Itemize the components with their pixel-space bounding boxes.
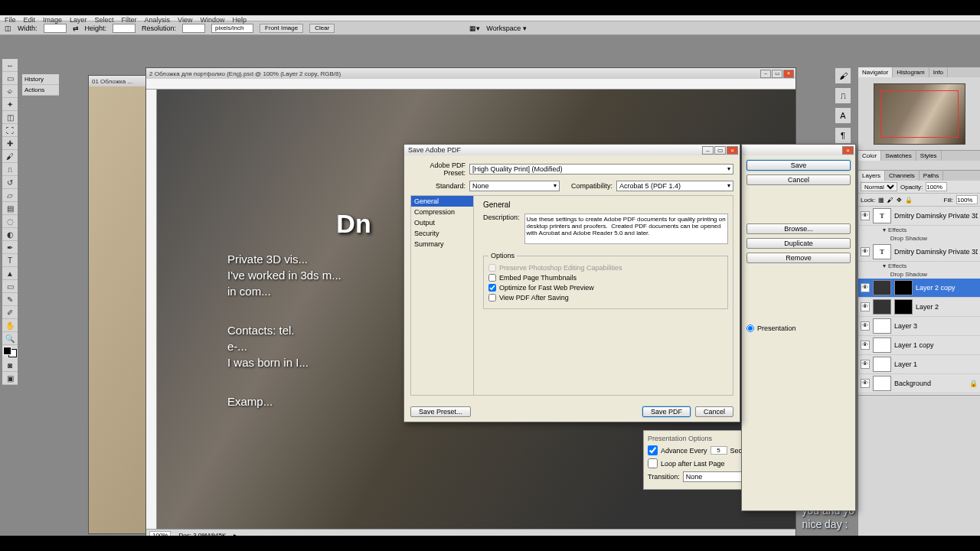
brush-tool-icon[interactable]: 🖌 — [2, 150, 18, 163]
cat-general[interactable]: General — [411, 196, 473, 207]
front-image-button[interactable]: Front Image — [260, 24, 303, 33]
swap-icon[interactable]: ⇄ — [73, 24, 79, 32]
visibility-icon[interactable]: 👁 — [861, 321, 870, 331]
history-tab[interactable]: History — [22, 74, 59, 85]
menu-layer[interactable]: Layer — [70, 16, 87, 20]
menu-help[interactable]: Help — [232, 16, 247, 20]
lock-all-icon[interactable]: 🔒 — [905, 197, 913, 204]
fill-field[interactable] — [956, 195, 978, 204]
healing-tool-icon[interactable]: ✚ — [2, 137, 18, 150]
blur-tool-icon[interactable]: ◌ — [2, 215, 18, 228]
visibility-icon[interactable]: 👁 — [861, 302, 870, 311]
notes-tool-icon[interactable]: ✎ — [2, 293, 18, 306]
color-panel-collapsed[interactable]: ColorSwatchesStyles — [858, 151, 980, 171]
visibility-icon[interactable]: 👁 — [861, 247, 870, 256]
minimize-icon[interactable]: – — [702, 146, 714, 155]
lasso-tool-icon[interactable]: ꩜ — [2, 85, 18, 98]
compat-select[interactable]: Acrobat 5 (PDF 1.4) — [616, 181, 733, 191]
workspace-menu[interactable]: Workspace ▾ — [486, 24, 526, 32]
eyedropper-icon[interactable]: ✐ — [2, 306, 18, 319]
browse-button[interactable]: Browse... — [746, 223, 851, 234]
path-select-icon[interactable]: ▲ — [2, 267, 18, 280]
optimize-web-checkbox[interactable] — [488, 284, 496, 292]
loop-checkbox[interactable] — [648, 458, 658, 468]
slice-tool-icon[interactable]: ⛶ — [2, 124, 18, 137]
hand-tool-icon[interactable]: ✋ — [2, 319, 18, 332]
menu-view[interactable]: View — [178, 16, 192, 20]
layer-row[interactable]: 👁Background 🔒 — [858, 374, 980, 393]
layer-row[interactable]: 👁Layer 1 copy — [858, 336, 980, 355]
minimize-icon[interactable]: – — [760, 70, 771, 78]
crop-tool-icon[interactable]: ◫ — [2, 111, 18, 124]
zoom-tool-icon[interactable]: 🔍 — [2, 332, 18, 345]
menu-select[interactable]: Select — [95, 16, 114, 20]
embed-thumbnails-checkbox[interactable] — [488, 274, 496, 282]
advance-every-checkbox[interactable] — [648, 445, 658, 455]
cancel-button[interactable]: Cancel — [746, 174, 851, 185]
layer-row[interactable]: 👁Layer 1 — [858, 355, 980, 374]
opacity-field[interactable] — [926, 182, 947, 191]
navigator-thumbnail[interactable] — [858, 77, 980, 150]
pen-tool-icon[interactable]: ✒ — [2, 241, 18, 254]
paragraph-panel-icon[interactable]: ¶ — [835, 127, 851, 144]
gradient-tool-icon[interactable]: ▤ — [2, 202, 18, 215]
presentation-radio[interactable] — [746, 324, 754, 332]
close-icon[interactable]: × — [727, 146, 738, 155]
navigator-tab[interactable]: Navigator — [858, 67, 893, 77]
visibility-icon[interactable]: 👁 — [861, 360, 870, 369]
description-textarea[interactable]: Use these settings to create Adobe PDF d… — [524, 214, 728, 244]
view-after-saving-checkbox[interactable] — [488, 294, 496, 302]
layer-row[interactable]: 👁Layer 2 copy — [858, 279, 980, 298]
character-panel-icon[interactable]: A — [835, 107, 851, 124]
menu-window[interactable]: Window — [200, 16, 224, 20]
go-to-bridge-icon[interactable]: ▦▾ — [469, 24, 480, 32]
histogram-tab[interactable]: Histogram — [893, 67, 929, 77]
lock-pixels-icon[interactable]: 🖌 — [887, 197, 893, 204]
advance-seconds-field[interactable] — [710, 446, 727, 455]
remove-button[interactable]: Remove — [746, 253, 851, 263]
menu-analysis[interactable]: Analysis — [145, 16, 171, 20]
standard-select[interactable]: None — [469, 181, 560, 191]
layer-fx-row[interactable]: ▾ Effects — [858, 226, 980, 234]
dodge-tool-icon[interactable]: ◐ — [2, 228, 18, 241]
menu-image[interactable]: Image — [43, 16, 62, 20]
brushes-panel-icon[interactable]: 🖌 — [835, 67, 851, 84]
blend-mode-select[interactable]: Normal — [861, 182, 897, 191]
save-button[interactable]: Save — [746, 160, 851, 171]
menu-file[interactable]: File — [5, 16, 16, 20]
move-tool-icon[interactable]: ↔ — [2, 59, 18, 72]
visibility-icon[interactable]: 👁 — [861, 379, 870, 388]
visibility-icon[interactable]: 👁 — [861, 211, 870, 220]
type-tool-icon[interactable]: T — [2, 254, 18, 267]
layer-fx-row[interactable]: ▾ Effects — [858, 262, 980, 270]
actions-tab[interactable]: Actions — [22, 85, 59, 96]
color-swatches[interactable] — [3, 347, 17, 357]
width-field[interactable] — [44, 24, 67, 33]
resolution-unit-select[interactable]: pixels/inch — [211, 24, 253, 33]
cat-compression[interactable]: Compression — [411, 207, 473, 217]
menu-filter[interactable]: Filter — [122, 16, 137, 20]
layer-row[interactable]: 👁TDmitry Daminsky Private 3D ... — [858, 207, 980, 226]
layer-fx-row[interactable]: Drop Shadow — [858, 234, 980, 243]
layer-row[interactable]: 👁Layer 2 — [858, 298, 980, 317]
cat-security[interactable]: Security — [411, 228, 473, 239]
cat-summary[interactable]: Summary — [411, 239, 473, 249]
lock-position-icon[interactable]: ✥ — [897, 197, 902, 204]
layer-row[interactable]: 👁TDmitry Daminsky Private 3D ... — [858, 243, 980, 262]
layers-tab[interactable]: Layers — [858, 171, 885, 181]
height-field[interactable] — [113, 24, 136, 33]
quickmask-icon[interactable]: ◙ — [2, 359, 18, 372]
save-pdf-button[interactable]: Save PDF — [642, 406, 691, 417]
channels-tab[interactable]: Channels — [885, 171, 920, 181]
eraser-tool-icon[interactable]: ▱ — [2, 189, 18, 202]
info-tab[interactable]: Info — [929, 67, 948, 77]
marquee-tool-icon[interactable]: ▭ — [2, 72, 18, 85]
clone-panel-icon[interactable]: ⎍ — [835, 87, 851, 104]
clear-button[interactable]: Clear — [309, 24, 335, 33]
paths-tab[interactable]: Paths — [920, 171, 943, 181]
cancel-button[interactable]: Cancel — [695, 406, 733, 417]
maximize-icon[interactable]: ▭ — [714, 146, 726, 155]
stamp-tool-icon[interactable]: ⎍ — [2, 163, 18, 176]
visibility-icon[interactable]: 👁 — [861, 283, 870, 292]
history-brush-icon[interactable]: ↺ — [2, 176, 18, 189]
